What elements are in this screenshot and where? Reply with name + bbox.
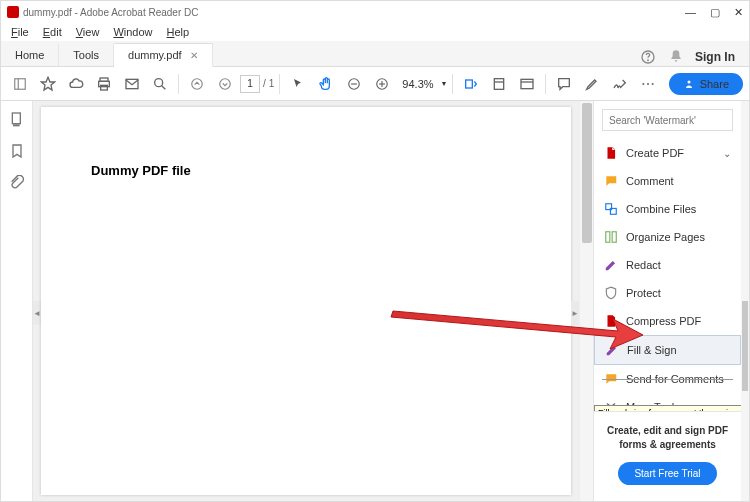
tab-tools[interactable]: Tools xyxy=(59,44,114,66)
svg-point-22 xyxy=(643,83,645,85)
page-indicator: / 1 xyxy=(240,75,274,93)
pdf-text: Dummy PDF file xyxy=(91,163,521,178)
doc-scrollbar[interactable] xyxy=(579,101,593,501)
tab-close-icon[interactable]: ✕ xyxy=(190,50,198,61)
highlight-icon[interactable] xyxy=(579,71,605,97)
fit-page-icon[interactable] xyxy=(486,71,512,97)
svg-point-23 xyxy=(647,83,649,85)
hand-icon[interactable] xyxy=(313,71,339,97)
pdf-page: Dummy PDF file xyxy=(41,107,571,495)
maximize-button[interactable]: ▢ xyxy=(710,6,720,19)
tool-tooltip: Fill and sign forms or get them signed f… xyxy=(594,405,741,411)
start-trial-button[interactable]: Start Free Trial xyxy=(618,462,716,485)
bell-icon[interactable] xyxy=(667,48,685,66)
share-button[interactable]: Share xyxy=(669,73,743,95)
tool-compress[interactable]: Compress PDF xyxy=(594,307,741,335)
more-icon[interactable] xyxy=(635,71,661,97)
search-icon[interactable] xyxy=(147,71,173,97)
sidebar-toggle-icon[interactable] xyxy=(7,71,33,97)
svg-rect-31 xyxy=(612,232,616,243)
left-navbar xyxy=(1,101,33,501)
menu-file[interactable]: File xyxy=(5,24,35,40)
tool-fill-sign[interactable]: Fill & Sign xyxy=(594,335,741,365)
tool-redact[interactable]: Redact xyxy=(594,251,741,279)
svg-point-25 xyxy=(687,80,690,83)
svg-rect-2 xyxy=(15,78,26,89)
help-icon[interactable] xyxy=(639,48,657,66)
svg-point-10 xyxy=(192,78,203,89)
document-area: ◄ Dummy PDF file ► xyxy=(33,101,579,501)
cloud-icon[interactable] xyxy=(63,71,89,97)
chevron-down-icon: ⌄ xyxy=(723,148,731,159)
attachment-icon[interactable] xyxy=(9,175,25,191)
pointer-icon[interactable] xyxy=(285,71,311,97)
svg-rect-26 xyxy=(12,113,20,124)
svg-rect-30 xyxy=(606,232,610,243)
page-next-handle[interactable]: ► xyxy=(571,301,579,325)
svg-rect-17 xyxy=(466,80,473,88)
toolbar: / 1 94.3%▼ Share xyxy=(1,67,749,101)
svg-rect-18 xyxy=(495,78,504,89)
tools-pane: Create PDF⌄ Comment Combine Files Organi… xyxy=(593,101,741,501)
menubar: File Edit View Window Help xyxy=(1,23,749,41)
menu-window[interactable]: Window xyxy=(107,24,158,40)
tools-search-input[interactable] xyxy=(602,109,733,131)
tab-home[interactable]: Home xyxy=(1,44,59,66)
zoom-out-icon[interactable] xyxy=(341,71,367,97)
fit-width-icon[interactable] xyxy=(458,71,484,97)
tool-protect[interactable]: Protect xyxy=(594,279,741,307)
tool-create-pdf[interactable]: Create PDF⌄ xyxy=(594,139,741,167)
menu-view[interactable]: View xyxy=(70,24,106,40)
window-title: dummy.pdf - Adobe Acrobat Reader DC xyxy=(23,7,685,18)
zoom-dropdown[interactable]: 94.3%▼ xyxy=(397,76,447,92)
page-current-input[interactable] xyxy=(240,75,260,93)
svg-rect-20 xyxy=(521,79,533,88)
sign-in-link[interactable]: Sign In xyxy=(695,50,735,64)
thumbnails-icon[interactable] xyxy=(9,111,25,127)
svg-point-11 xyxy=(220,78,231,89)
read-mode-icon[interactable] xyxy=(514,71,540,97)
page-prev-handle[interactable]: ◄ xyxy=(33,301,41,325)
app-icon xyxy=(7,6,19,18)
page-total: 1 xyxy=(269,78,275,89)
minimize-button[interactable]: — xyxy=(685,6,696,19)
sign-icon[interactable] xyxy=(607,71,633,97)
promo-text: Create, edit and sign PDF forms & agreem… xyxy=(604,424,731,452)
bookmark-icon[interactable] xyxy=(9,143,25,159)
svg-point-8 xyxy=(155,78,163,86)
close-button[interactable]: ✕ xyxy=(734,6,743,19)
svg-rect-27 xyxy=(13,125,18,126)
tool-organize[interactable]: Organize Pages xyxy=(594,223,741,251)
mail-icon[interactable] xyxy=(119,71,145,97)
zoom-in-icon[interactable] xyxy=(369,71,395,97)
tool-send-comments[interactable]: Send for Comments xyxy=(594,365,741,393)
promo-panel: Create, edit and sign PDF forms & agreem… xyxy=(594,411,741,501)
tool-comment[interactable]: Comment xyxy=(594,167,741,195)
tool-combine[interactable]: Combine Files xyxy=(594,195,741,223)
svg-point-1 xyxy=(648,60,649,61)
svg-line-9 xyxy=(162,85,166,89)
comment-icon[interactable] xyxy=(551,71,577,97)
page-down-icon[interactable] xyxy=(212,71,238,97)
print-icon[interactable] xyxy=(91,71,117,97)
right-scrollbar[interactable] xyxy=(741,101,749,501)
star-icon[interactable] xyxy=(35,71,61,97)
page-up-icon[interactable] xyxy=(184,71,210,97)
tab-document[interactable]: dummy.pdf ✕ xyxy=(114,43,213,67)
menu-edit[interactable]: Edit xyxy=(37,24,68,40)
menu-help[interactable]: Help xyxy=(161,24,196,40)
svg-point-24 xyxy=(652,83,654,85)
